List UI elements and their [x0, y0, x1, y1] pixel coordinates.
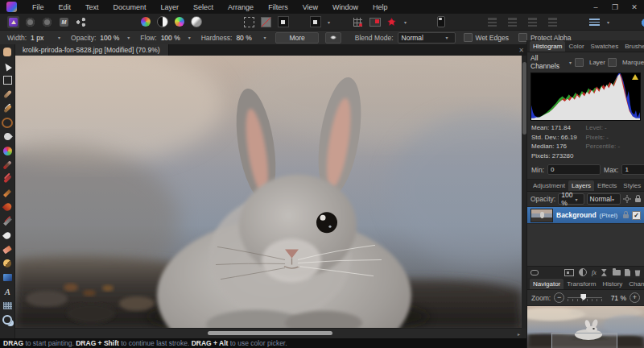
zoom-slider[interactable] [568, 294, 602, 302]
assistant-button[interactable] [435, 16, 447, 28]
selection-brush-tool[interactable] [2, 102, 14, 114]
rotate-canvas-button[interactable] [260, 16, 272, 28]
channels-select[interactable]: All Channels▾ [530, 54, 575, 70]
menu-view[interactable]: View [295, 3, 325, 11]
tab-channels[interactable]: Channels [625, 279, 644, 289]
layers-blend-select[interactable]: Normal▾ [587, 193, 621, 205]
adjustment-layer-icon[interactable] [579, 268, 587, 276]
marquee-checkbox[interactable] [608, 58, 617, 67]
view-tool[interactable] [2, 46, 14, 58]
macro-button[interactable] [369, 16, 381, 28]
tab-histogram[interactable]: Histogram [530, 41, 565, 52]
auto-levels-button[interactable] [139, 16, 151, 28]
horizontal-scrollbar[interactable]: ▸ [14, 328, 522, 338]
menu-window[interactable]: Window [325, 3, 365, 11]
auto-contrast-button[interactable] [156, 16, 168, 28]
menu-layer[interactable]: Layer [154, 3, 187, 11]
develop-persona-button[interactable] [41, 16, 53, 28]
liquify-persona-button[interactable] [24, 16, 36, 28]
erase-brush-tool[interactable] [2, 243, 14, 255]
blend-mode-select[interactable]: Normal▾ [398, 32, 456, 44]
flood-fill-tool[interactable] [2, 201, 14, 213]
export-persona-button[interactable] [75, 16, 87, 28]
zoom-value[interactable]: 71 % [605, 294, 626, 302]
colour-picker-tool[interactable] [2, 145, 14, 157]
close-button[interactable]: ✕ [625, 2, 644, 13]
minimize-button[interactable]: – [586, 2, 605, 13]
chevron-down-icon[interactable]: ▾ [58, 35, 60, 40]
navigator-viewport-rect[interactable] [551, 333, 617, 348]
text-tool[interactable]: A [2, 286, 14, 298]
wet-edges-checkbox[interactable] [464, 33, 473, 42]
crop-tool[interactable] [2, 74, 14, 86]
tab-color[interactable]: Color [565, 41, 587, 52]
flood-select-tool[interactable] [2, 130, 14, 143]
mesh-warp-tool[interactable] [2, 300, 14, 312]
chevron-down-icon[interactable]: ▾ [188, 35, 191, 40]
restore-button[interactable]: ❐ [605, 2, 625, 13]
link-icon[interactable] [530, 270, 539, 276]
delete-layer-icon[interactable] [634, 269, 641, 276]
navigator-thumbnail[interactable] [527, 306, 644, 348]
gear-icon[interactable] [623, 195, 631, 203]
view-options-dropdown-button[interactable] [588, 16, 601, 28]
document-tab[interactable]: krolik-priroda-fon-5828.jpg [Modified] (… [14, 44, 169, 56]
arrange-dropdown-button[interactable] [309, 16, 321, 28]
brush-settings-button[interactable] [325, 32, 341, 44]
tab-effects[interactable]: Effects [594, 180, 620, 191]
histogram-chart[interactable] [530, 72, 641, 121]
tab-history[interactable]: History [599, 279, 625, 289]
tab-styles[interactable]: Styles [620, 180, 644, 191]
scroll-right-arrow-icon[interactable]: ▸ [518, 331, 520, 337]
width-field[interactable]: 1 px [31, 34, 55, 42]
chevron-down-icon[interactable]: ▾ [263, 35, 266, 40]
mesh-button[interactable] [352, 16, 364, 28]
dodge-brush-tool[interactable] [2, 258, 14, 270]
menu-text[interactable]: Text [78, 3, 106, 11]
menu-file[interactable]: File [25, 3, 52, 11]
menu-arrange[interactable]: Arrange [221, 3, 261, 11]
pixel-tool[interactable] [2, 187, 14, 199]
horizontal-scrollbar-thumb[interactable] [208, 331, 332, 335]
group-layers-icon[interactable] [613, 270, 621, 276]
tab-swatches[interactable]: Swatches [588, 41, 622, 52]
menu-filters[interactable]: Filters [261, 3, 295, 11]
mask-layer-icon[interactable] [564, 269, 574, 276]
menu-select[interactable]: Select [186, 3, 221, 11]
layer-thumbnail[interactable] [530, 209, 553, 222]
live-filter-icon[interactable] [601, 269, 607, 276]
auto-white-balance-button[interactable] [190, 16, 202, 28]
chevron-down-icon[interactable]: ▾ [127, 35, 130, 40]
photo-persona-button[interactable] [7, 16, 19, 28]
paint-brush-tool[interactable] [2, 159, 14, 171]
tab-adjustment[interactable]: Adjustment [530, 180, 568, 191]
tab-transform[interactable]: Transform [564, 279, 599, 289]
zoom-in-button[interactable]: + [630, 292, 640, 303]
app-icon[interactable] [6, 2, 17, 12]
tab-navigator[interactable]: Navigator [530, 279, 564, 289]
more-button[interactable]: More [275, 32, 318, 44]
close-view-icon[interactable]: ✕ [518, 47, 527, 54]
layer-lock-icon[interactable] [623, 214, 629, 218]
new-layer-icon[interactable] [625, 269, 630, 276]
menu-document[interactable]: Document [106, 3, 154, 11]
colour-replacement-brush-tool[interactable] [2, 173, 14, 185]
marquee-toggle-button[interactable] [243, 16, 255, 28]
layer-visibility-checkbox[interactable]: ✓ [632, 211, 641, 220]
auto-colour-button[interactable] [173, 16, 185, 28]
zoom-out-button[interactable]: − [554, 292, 564, 303]
gradient-tool[interactable] [2, 271, 14, 284]
mask-swatch-button[interactable] [277, 16, 289, 28]
layer-row-background[interactable]: Background (Pixel) ✓ [527, 207, 644, 223]
move-tool[interactable] [2, 60, 14, 72]
max-input[interactable] [621, 164, 644, 175]
lock-icon[interactable] [635, 198, 641, 202]
zoom-tool[interactable] [2, 314, 14, 326]
vector-brush-tool[interactable] [2, 89, 14, 101]
canvas[interactable] [14, 56, 522, 329]
menu-edit[interactable]: Edit [52, 3, 79, 11]
blur-brush-tool[interactable] [2, 230, 14, 242]
red-brush-dropdown-button[interactable] [386, 16, 398, 28]
min-input[interactable] [547, 164, 601, 175]
clone-brush-tool[interactable] [2, 215, 14, 227]
